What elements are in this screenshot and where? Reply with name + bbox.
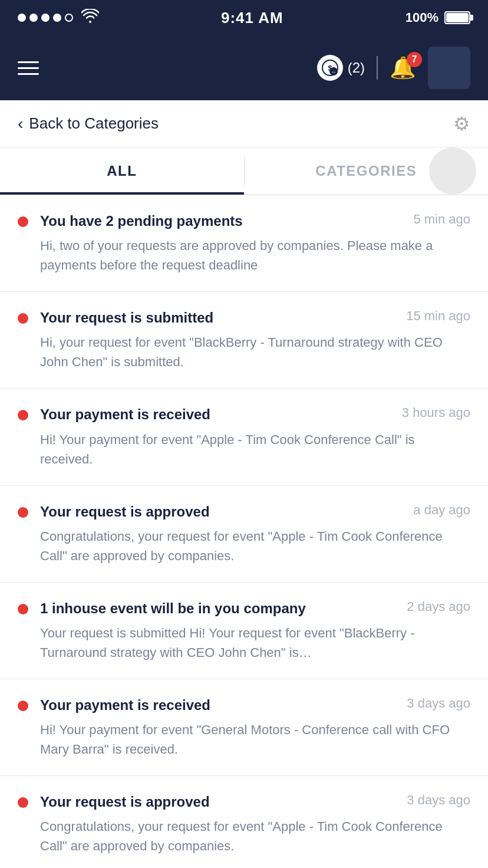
notification-header: Your payment is received 3 hours ago [40, 405, 470, 423]
unread-dot [18, 604, 28, 614]
battery-area: 100% [405, 10, 470, 25]
notification-content: You have 2 pending payments 5 min ago Hi… [40, 212, 470, 275]
signal-dot-5 [65, 14, 73, 22]
tab-categories[interactable]: CATEGORIES [245, 147, 489, 195]
notification-body: Hi! Your payment for event "General Moto… [40, 722, 450, 757]
notification-time: 15 min ago [406, 308, 470, 324]
signal-dot-4 [53, 14, 61, 22]
notification-body: Congratulations, your request for event … [40, 819, 443, 853]
tab-all-label: ALL [107, 163, 137, 179]
notification-body: Congratulations, your request for event … [40, 529, 443, 563]
notification-content: Your request is submitted 15 min ago Hi,… [40, 308, 470, 371]
unread-dot [18, 701, 28, 711]
notification-item[interactable]: Your request is approved a day ago Congr… [0, 486, 488, 583]
notification-item[interactable]: Your payment is received 3 days ago Hi! … [0, 679, 488, 776]
notification-content: Your request is approved 3 days ago Cong… [40, 793, 470, 856]
notification-header: Your request is approved 3 days ago [40, 793, 470, 811]
notification-item[interactable]: You have 2 pending payments 5 min ago Hi… [0, 195, 488, 292]
notification-time: 3 hours ago [402, 405, 470, 420]
notification-item[interactable]: 1 inhouse event will be in you company 2… [0, 583, 488, 679]
avatar[interactable] [428, 47, 470, 89]
tab-all[interactable]: ALL [0, 147, 244, 195]
coin-count: (2) [348, 60, 365, 76]
tab-categories-label: CATEGORIES [315, 163, 417, 179]
settings-icon[interactable]: ⚙ [453, 113, 470, 135]
battery-percent: 100% [405, 10, 438, 25]
notification-content: 1 inhouse event will be in you company 2… [40, 599, 470, 662]
status-bar: 9:41 AM 100% [0, 0, 488, 35]
notifications-bell[interactable]: 🔔 7 [390, 55, 416, 80]
coin-badge[interactable]: $ ↔ (2) [317, 55, 365, 81]
coin-icon: $ ↔ [317, 55, 343, 81]
notification-header: Your payment is received 3 days ago [40, 696, 470, 714]
notification-content: Your request is approved a day ago Congr… [40, 502, 470, 565]
notification-title: Your request is submitted [40, 308, 394, 327]
notification-item[interactable]: Your payment is received 3 hours ago Hi!… [0, 389, 488, 485]
notification-item[interactable]: Your request is submitted 15 min ago Hi,… [0, 292, 488, 389]
notification-body: Hi! Your payment for event "Apple - Tim … [40, 432, 415, 466]
back-navigation: ‹ Back to Categories ⚙ [0, 100, 488, 147]
header-divider [377, 56, 378, 80]
signal-dot-1 [18, 14, 26, 22]
notification-content: Your payment is received 3 hours ago Hi!… [40, 405, 470, 468]
notification-content: Your payment is received 3 days ago Hi! … [40, 696, 470, 759]
signal-dot-3 [41, 14, 50, 22]
unread-dot [18, 313, 28, 324]
notification-time: 3 days ago [407, 696, 470, 711]
unread-dot [18, 507, 28, 518]
notification-time: a day ago [413, 502, 470, 518]
unread-dot [18, 797, 28, 808]
hamburger-menu[interactable] [18, 61, 39, 75]
wifi-icon [81, 9, 99, 27]
status-time: 9:41 AM [221, 9, 283, 27]
notification-time: 5 min ago [413, 212, 470, 227]
notification-title: Your request is approved [40, 793, 395, 811]
signal-dot-2 [29, 14, 38, 22]
notification-body: Your request is submitted Hi! Your reque… [40, 626, 415, 660]
back-label: Back to Categories [29, 114, 159, 133]
notification-header: Your request is approved a day ago [40, 502, 470, 521]
unread-dot [18, 216, 28, 227]
notification-title: Your payment is received [40, 696, 395, 714]
back-button[interactable]: ‹ Back to Categories [18, 114, 159, 133]
notifications-list: You have 2 pending payments 5 min ago Hi… [0, 195, 488, 868]
tabs-container: ALL CATEGORIES [0, 147, 488, 195]
unread-dot [18, 410, 28, 420]
app-header: $ ↔ (2) 🔔 7 [0, 35, 488, 100]
back-arrow-icon: ‹ [18, 114, 23, 133]
notification-body: Hi, two of your requests are approved by… [40, 238, 433, 272]
bell-badge: 7 [407, 52, 422, 67]
notification-time: 2 days ago [407, 599, 470, 614]
header-actions: $ ↔ (2) 🔔 7 [317, 47, 470, 89]
notification-header: Your request is submitted 15 min ago [40, 308, 470, 327]
signal-area [18, 9, 99, 27]
notification-title: 1 inhouse event will be in you company [40, 599, 395, 617]
notification-item[interactable]: Your request is approved 3 days ago Cong… [0, 776, 488, 868]
notification-body: Hi, your request for event "BlackBerry -… [40, 335, 443, 369]
notification-header: You have 2 pending payments 5 min ago [40, 212, 470, 230]
touch-indicator [429, 147, 476, 195]
notification-time: 3 days ago [407, 793, 470, 808]
svg-text:↔: ↔ [331, 69, 336, 75]
notification-title: You have 2 pending payments [40, 212, 401, 230]
battery-icon [444, 11, 470, 24]
notification-title: Your payment is received [40, 405, 390, 423]
notification-header: 1 inhouse event will be in you company 2… [40, 599, 470, 617]
notification-title: Your request is approved [40, 502, 401, 521]
